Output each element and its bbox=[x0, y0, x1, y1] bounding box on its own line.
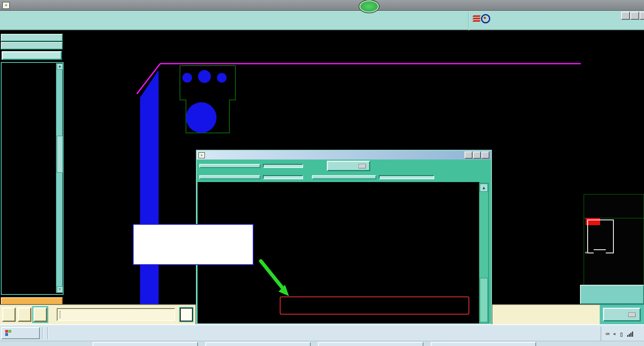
taskbar: ⌨ « ▯ bbox=[0, 324, 644, 346]
start-button[interactable] bbox=[1, 327, 40, 339]
job-matrix-button[interactable] bbox=[2, 51, 62, 60]
system-tray: ⌨ « ▯ bbox=[601, 327, 644, 341]
clipboard-plug-icon[interactable]: ▯ bbox=[619, 330, 623, 338]
board-thickness-label bbox=[199, 175, 260, 179]
units-zone bbox=[600, 304, 644, 324]
windows-flag-icon bbox=[5, 330, 12, 336]
preview-cursor-mark: ✕ bbox=[585, 250, 587, 255]
table-scrollbar[interactable]: ▲ bbox=[479, 183, 489, 323]
app-icon: ✕ bbox=[2, 2, 10, 9]
logo-o-icon bbox=[481, 14, 490, 23]
angle-mode-button[interactable] bbox=[18, 307, 31, 322]
xy-input[interactable] bbox=[57, 308, 175, 321]
frontline-logo bbox=[473, 14, 490, 23]
title-bar[interactable]: ✕ bbox=[0, 0, 644, 11]
highlight-rectangle bbox=[280, 296, 469, 315]
signal-bars-icon[interactable] bbox=[627, 331, 633, 337]
job-label bbox=[1, 34, 63, 41]
grid-mode-button[interactable] bbox=[33, 307, 47, 322]
overlay-badge bbox=[359, 0, 379, 12]
graphic-editor-window: ✕ ▲ bbox=[0, 0, 644, 346]
taskbar-separator bbox=[42, 327, 43, 339]
scroll-thumb[interactable] bbox=[480, 278, 488, 322]
dropdown-icon bbox=[628, 313, 636, 317]
cursor-coordinates bbox=[580, 285, 644, 304]
dialog-icon: ✕ bbox=[198, 152, 205, 158]
scroll-up-icon[interactable]: ▲ bbox=[57, 63, 63, 70]
layer-list: ▲ ▽ bbox=[1, 62, 64, 295]
command-prompt-button[interactable] bbox=[180, 308, 193, 321]
scroll-thumb[interactable] bbox=[57, 136, 63, 173]
preview-board-outline bbox=[587, 220, 614, 253]
user-parameters-input[interactable] bbox=[379, 175, 434, 179]
dialog-title-bar[interactable]: ✕ bbox=[197, 151, 491, 160]
brand-separator bbox=[468, 12, 469, 30]
dialog-close-button[interactable] bbox=[481, 151, 489, 159]
layer-field-label bbox=[199, 164, 260, 168]
tolerance-annotation bbox=[133, 224, 254, 265]
right-toolbar-column: ✕ bbox=[584, 33, 644, 324]
step-label bbox=[1, 42, 63, 50]
snap-mode-button[interactable] bbox=[2, 307, 16, 322]
brand-area bbox=[473, 11, 642, 31]
taskbar-second-row bbox=[0, 341, 644, 346]
units-dropdown[interactable] bbox=[603, 308, 641, 321]
scroll-up-icon[interactable]: ▲ bbox=[480, 184, 488, 192]
slots-dropdown[interactable] bbox=[327, 161, 370, 171]
user-parameters-label bbox=[312, 175, 376, 179]
logo-speed-lines-icon bbox=[473, 15, 480, 23]
layer-input[interactable] bbox=[263, 164, 303, 168]
chevron-up-icon[interactable]: « bbox=[613, 331, 616, 337]
left-panel: ▲ ▽ bbox=[0, 33, 64, 324]
layer-scrollbar[interactable]: ▲ ▽ bbox=[56, 63, 62, 293]
keyboard-icon[interactable]: ⌨ bbox=[605, 330, 609, 338]
board-thickness-input[interactable] bbox=[263, 175, 303, 179]
dialog-minimize-button[interactable] bbox=[464, 151, 473, 159]
dialog-maximize-button[interactable] bbox=[473, 151, 481, 159]
dropdown-icon bbox=[359, 164, 366, 168]
scroll-down-icon[interactable]: ▽ bbox=[57, 286, 63, 293]
taskbar-separator bbox=[47, 327, 48, 339]
